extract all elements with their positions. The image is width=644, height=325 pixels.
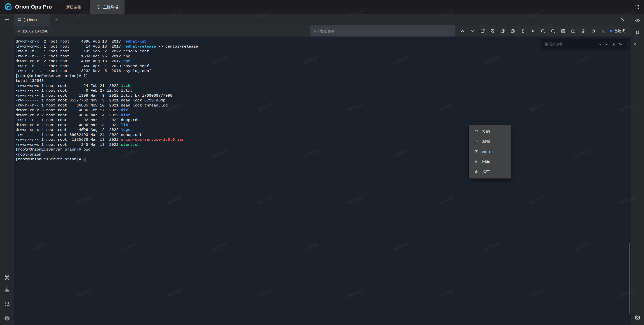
terminal-line: -rw-r--r-- 1 root root 1185676 Mar 13 20… [16, 137, 198, 142]
terminal-line: [root@OrionEcsServer orion]# pwd [16, 147, 198, 152]
context-menu-label: 复制 [482, 129, 490, 134]
close-tab-icon[interactable] [620, 17, 625, 22]
palette-icon[interactable] [4, 301, 10, 307]
terminal-line: drwxr-xr-x 2 root root 4096 Mar 13 2022 … [16, 123, 198, 128]
plus-icon [60, 5, 64, 9]
expand-icon[interactable] [479, 28, 486, 34]
terminal-line: total 132548 [16, 79, 198, 84]
terminal-line: drwxr-xr-x 2 root root 4096 Mar 4 2022 d… [16, 113, 198, 118]
copy-icon [474, 129, 478, 134]
terminal-line: -rw-r--r-- 1 root root 149 Sep 2 2022 re… [16, 49, 198, 54]
swap-vertical-icon[interactable] [634, 29, 640, 35]
terminal-toolbar: IP: 116.62.194.246 已连接 [0, 25, 631, 37]
terminal-line: -rw-r--r-- 1 root root 36885 Nov 10 2021… [16, 103, 198, 108]
whole-word-toggle[interactable]: W [619, 42, 623, 46]
app-title: Orion Ops Pro [15, 4, 52, 10]
camera-icon[interactable] [634, 314, 640, 320]
match-case-toggle[interactable]: A [612, 42, 616, 46]
file-name: dist [121, 113, 130, 118]
status-dot [610, 30, 612, 32]
terminal-line: -rw-r--r-- 1 root root 458 Apr 1 2020 rs… [16, 64, 198, 69]
context-menu-item-copy[interactable]: 复制 [469, 126, 511, 136]
monitor-icon [18, 18, 22, 22]
terminal-context-menu: 复制粘贴ctrl + c回车清空 [469, 125, 511, 178]
terminal-line: -rw-r--r-- 1 root root 92 Mar 2 2022 dum… [16, 118, 198, 123]
tab-host1[interactable]: (1) host1 [14, 14, 50, 25]
search-prev-icon[interactable] [597, 42, 602, 46]
paste-icon[interactable] [510, 28, 516, 34]
search-controls: AWI [597, 42, 637, 46]
code-icon[interactable] [634, 17, 640, 23]
terminal-tab-bar: (1) host1 [0, 14, 631, 25]
sigma-icon[interactable] [520, 28, 526, 34]
terminal-line: [root@OrionEcsServer orion]# ll [16, 74, 198, 79]
folder-icon[interactable] [570, 28, 576, 34]
new-connection-button[interactable]: 新建连接 [60, 0, 81, 14]
terminal-line: -rwxrwxrwx 1 root root 245 Mar 13 2022 s… [16, 142, 198, 148]
terminal-line: -rw-r--r-- 1 root root 1309 Mar 9 2022 1… [16, 93, 198, 98]
terminal-line: /root/orion [16, 152, 198, 157]
chevron-up-icon[interactable] [459, 28, 465, 34]
terminal-line: [root@OrionEcsServer orion]# [16, 157, 198, 162]
file-name: orion-ops-service-1.0.0.jar [121, 137, 184, 142]
new-tab-button[interactable] [54, 17, 59, 22]
search-input[interactable] [541, 42, 590, 46]
context-menu-item-sigma[interactable]: ctrl + c [469, 147, 511, 157]
file-name: rpm [123, 59, 130, 63]
search-close-icon[interactable] [633, 42, 637, 46]
terminal-line: -rw------- 1 root root 95377762 Nov 9 20… [16, 98, 198, 103]
chevron-down-icon[interactable] [469, 28, 475, 34]
file-name: logs [121, 128, 130, 132]
terminal-line: drwxr-xr-x. 2 root root 4096 Aug 18 2017… [16, 59, 198, 64]
paste-icon [474, 139, 478, 144]
context-menu-label: ctrl + c [482, 150, 494, 154]
terminal-search-panel: AWI [541, 39, 628, 49]
host-ip: IP: 116.62.194.246 [17, 25, 48, 37]
zoom-out-icon[interactable] [550, 28, 556, 34]
context-menu-item-paste[interactable]: 粘贴 [469, 136, 511, 147]
gear-icon[interactable] [4, 315, 10, 322]
code-square-icon[interactable] [560, 28, 566, 34]
file-name: redhat-lsb [123, 39, 147, 44]
context-menu-item-trash[interactable]: 清空 [469, 167, 511, 177]
trash-icon[interactable] [580, 28, 586, 34]
add-terminal-button[interactable] [4, 17, 10, 23]
context-menu-item-play[interactable]: 回车 [469, 157, 511, 167]
command-icon[interactable] [4, 274, 10, 281]
file-name: start.sh [121, 142, 140, 147]
fullscreen-icon[interactable] [634, 4, 639, 10]
status-label: 已连接 [614, 29, 625, 33]
file-name: dir [121, 108, 128, 113]
terminal-line: -rw-r--r--. 1 root root 3232 Nov 5 2016 … [16, 69, 198, 74]
file-name: 1.sh [121, 84, 130, 88]
monitor-icon [96, 5, 101, 9]
host-terminal-tab[interactable]: 主机终端 [90, 0, 125, 14]
send-command-input[interactable] [310, 25, 455, 37]
terminal-scrollbar-thumb[interactable] [629, 243, 630, 314]
stamp-icon[interactable] [4, 286, 10, 293]
tab-label: (1) host1 [24, 18, 37, 22]
terminal-line: -rwxrwxrwx 1 root root 24 Feb 21 2022 1.… [16, 84, 198, 89]
left-sidebar [0, 25, 14, 325]
copy-icon[interactable] [500, 28, 506, 34]
zoom-in-icon[interactable] [540, 28, 546, 34]
trash-icon [474, 169, 478, 174]
regex-toggle[interactable]: I [626, 42, 630, 46]
search-icon[interactable] [490, 28, 496, 34]
right-sidebar [631, 14, 644, 325]
terminal-line: drwxr-xr-x 4 root root 4096 Aug 12 2022 … [16, 128, 198, 133]
terminal-line: drwxr-xr-x 2 root root 4096 Aug 18 2017 … [16, 39, 198, 44]
play-icon[interactable] [530, 28, 536, 34]
orion-logo-icon [4, 3, 13, 11]
file-name: redhat-release [123, 44, 156, 49]
terminal-screen[interactable]: drwxr-xr-x 2 root root 4096 Aug 18 2017 … [14, 37, 631, 325]
close-icon[interactable] [600, 28, 606, 34]
search-next-icon[interactable] [605, 42, 609, 46]
active-tab-indicator [14, 25, 50, 25]
power-icon[interactable] [590, 28, 596, 34]
terminal-cursor [84, 158, 86, 162]
context-menu-label: 回车 [482, 159, 490, 164]
context-menu-label: 清空 [482, 169, 490, 174]
context-menu-label: 粘贴 [482, 139, 490, 144]
terminal-line: -rw-r--r-- 1 root root 0 Feb 27 12:56 1.… [16, 88, 198, 93]
